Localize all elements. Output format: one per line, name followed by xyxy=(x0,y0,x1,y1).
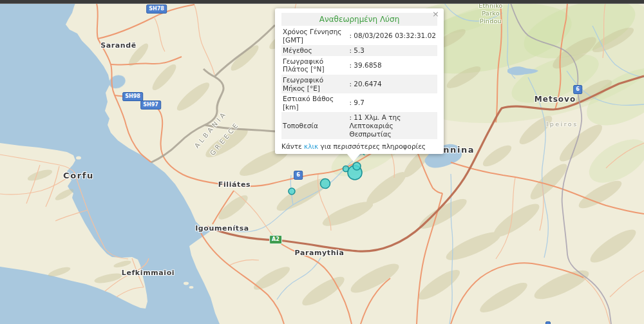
close-icon[interactable]: × xyxy=(432,10,439,18)
earthquake-details-table: Χρόνος Γέννησης [GMT] : 08/03/2026 03:32… xyxy=(281,26,437,139)
row-value: : 08/03/2026 03:32:31.02 xyxy=(348,26,437,45)
row-label: Γεωγραφικό Πλάτος [°N] xyxy=(281,56,348,75)
table-row: Γεωγραφικό Μήκος [°E] : 20.6474 xyxy=(281,75,437,93)
table-row: Χρόνος Γέννησης [GMT] : 08/03/2026 03:32… xyxy=(281,26,437,45)
popup-footer: Κάντε κλικ για περισσότερες πληροφορίες xyxy=(281,139,437,152)
row-value: : 5.3 xyxy=(348,45,437,56)
footer-text-post: για περισσότερες πληροφορίες xyxy=(318,142,426,150)
road-badge-a2: A2 xyxy=(269,235,282,244)
popup-pointer xyxy=(347,154,360,162)
row-label: Εστιακό Βάθος [km] xyxy=(281,93,348,112)
road-badge-sh78: SH78 xyxy=(146,5,167,14)
more-info-link[interactable]: κλικ xyxy=(304,142,318,150)
islet xyxy=(189,286,194,289)
map-label-ethniko-parko-pindou: Ethniko Parko Pindou xyxy=(473,2,509,25)
map-label-sarande: Sarandë xyxy=(100,41,137,50)
table-row: Γεωγραφικό Πλάτος [°N] : 39.6858 xyxy=(281,56,437,75)
top-bar xyxy=(0,0,644,4)
earthquake-marker[interactable] xyxy=(321,179,330,189)
map-label-ipeiros: Ipeiros xyxy=(546,120,578,128)
road-badge-6-metsovo: 6 xyxy=(573,85,582,94)
map-label-lefkimmaioi: Lefkimmaioi xyxy=(122,269,175,277)
earthquake-marker[interactable] xyxy=(353,162,361,170)
row-label: Χρόνος Γέννησης [GMT] xyxy=(281,26,348,45)
road-badge-clipped xyxy=(545,321,551,324)
map-label-metsovo: Metsovo xyxy=(535,95,576,104)
road-badge-sh97: SH97 xyxy=(140,100,161,110)
map-label-paramythia: Paramythia xyxy=(295,249,345,257)
map-label-igoumenitsa: Igoumenítsa xyxy=(195,224,249,233)
row-value: : 9.7 xyxy=(348,93,437,112)
row-value: : 11 Χλμ. Α της Λεπτοκαριάς Θεσπρωτίας xyxy=(348,112,437,139)
earthquake-popup: × Αναθεωρημένη Λύση Χρόνος Γέννησης [GMT… xyxy=(275,8,444,154)
road-badge-6: 6 xyxy=(294,171,303,180)
road-badge-sh98: SH98 xyxy=(122,92,143,101)
islet xyxy=(184,282,189,285)
table-row: Μέγεθος : 5.3 xyxy=(281,45,437,56)
table-row: Τοποθεσία : 11 Χλμ. Α της Λεπτοκαριάς Θε… xyxy=(281,112,437,139)
footer-text-pre: Κάντε xyxy=(281,142,304,150)
map-label-corfu: Corfu xyxy=(63,171,94,180)
row-value: : 39.6858 xyxy=(348,56,437,75)
popup-title: Αναθεωρημένη Λύση xyxy=(281,13,437,26)
row-value: : 20.6474 xyxy=(348,75,437,93)
islet xyxy=(76,156,81,159)
row-label: Γεωγραφικό Μήκος [°E] xyxy=(281,75,348,93)
table-row: Εστιακό Βάθος [km] : 9.7 xyxy=(281,93,437,112)
earthquake-marker[interactable] xyxy=(289,188,295,195)
map-label-filiates: Filiátes xyxy=(218,180,251,189)
row-label: Μέγεθος xyxy=(281,45,348,56)
row-label: Τοποθεσία xyxy=(281,112,348,139)
